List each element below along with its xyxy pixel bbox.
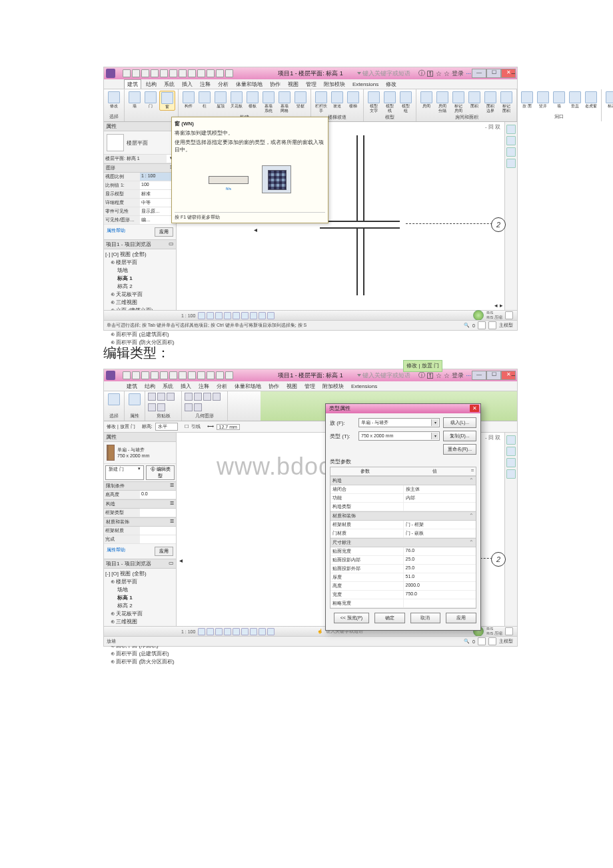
- pan-icon[interactable]: [506, 469, 516, 479]
- tree-item[interactable]: ⊕ 面积平面 (防火分区面积): [105, 339, 175, 347]
- param-group[interactable]: 材质和装饰⌃: [330, 511, 476, 521]
- nav-wheel-icon[interactable]: [506, 136, 516, 145]
- view-icon[interactable]: [250, 312, 257, 319]
- menu-tab[interactable]: 管理: [303, 80, 319, 89]
- property-section[interactable]: 构造☰: [104, 499, 176, 509]
- search-box[interactable]: 键入关键字或短语: [357, 371, 410, 380]
- star-icon[interactable]: ☆: [436, 372, 442, 379]
- param-value[interactable]: 25.0: [403, 556, 476, 564]
- drawing-canvas[interactable]: www.bdocx.com - 回 双 ◂ 2 类型属性 ✕ 族 (F):: [177, 433, 504, 626]
- model-selector[interactable]: 主模型: [499, 638, 513, 645]
- menu-tab[interactable]: 注释: [197, 80, 213, 89]
- property-section[interactable]: 材质和装饰☰: [104, 517, 176, 527]
- property-row[interactable]: 框架材质: [104, 527, 176, 535]
- qat-icon[interactable]: [207, 371, 215, 379]
- menu-tab[interactable]: 结构: [142, 382, 158, 391]
- view-icon[interactable]: [259, 312, 266, 319]
- param-value[interactable]: 内部: [403, 494, 476, 502]
- param-row[interactable]: 构造类型: [330, 503, 476, 511]
- param-value[interactable]: 51.0: [403, 573, 476, 581]
- collapse-panel-icon[interactable]: –: [511, 371, 515, 379]
- paste-icon[interactable]: [148, 393, 156, 401]
- worksharing-icon[interactable]: [473, 310, 484, 321]
- property-row[interactable]: 底高度0.0: [104, 491, 176, 499]
- ribbon-button[interactable]: 窗: [159, 91, 175, 111]
- tree-item[interactable]: ⊕ 三维视图: [105, 299, 175, 307]
- group-collapse-icon[interactable]: ⌃: [469, 539, 474, 546]
- qat-icon[interactable]: [132, 69, 140, 77]
- ribbon-button[interactable]: 房间 分隔: [435, 91, 450, 114]
- tree-item[interactable]: 标高 2: [105, 602, 175, 610]
- param-value[interactable]: 750.0: [403, 591, 476, 599]
- left-arrow-icon[interactable]: ◂: [179, 557, 183, 564]
- group-collapse-icon[interactable]: ⌃: [469, 513, 474, 519]
- level-value[interactable]: 水平: [155, 423, 178, 431]
- page-icon[interactable]: [488, 321, 496, 329]
- instance-selector[interactable]: 新建 门▾: [105, 465, 144, 480]
- tree-item[interactable]: ⊕ 面积平面 (总建筑面积): [105, 650, 175, 658]
- menu-tab[interactable]: 体量和场地: [232, 382, 264, 391]
- qat-icon[interactable]: [225, 69, 233, 77]
- collapse-icon[interactable]: ☰: [170, 501, 174, 507]
- view-icon[interactable]: [207, 628, 214, 635]
- type-selector-row[interactable]: 楼层平面: 标高 1 ▾: [104, 155, 176, 163]
- menu-tab[interactable]: 建筑: [124, 382, 140, 391]
- property-value[interactable]: 1 : 100: [140, 173, 176, 181]
- status-zoom-icon[interactable]: 🔍: [464, 323, 470, 328]
- menu-tab[interactable]: Extensions: [348, 383, 380, 390]
- ribbon-button[interactable]: 幕墙 系统: [261, 91, 276, 114]
- home-icon[interactable]: [506, 435, 516, 445]
- qat-icon[interactable]: [151, 371, 159, 379]
- modify-icon[interactable]: [108, 393, 120, 405]
- param-row[interactable]: 功能内部: [330, 494, 476, 503]
- qat-icon[interactable]: [141, 69, 149, 77]
- param-row[interactable]: 宽度750.0: [330, 591, 476, 599]
- menu-tab[interactable]: 修改: [383, 80, 399, 89]
- properties-help-link[interactable]: 属性帮助: [105, 226, 127, 238]
- app-logo-icon[interactable]: [106, 69, 115, 78]
- ribbon-button[interactable]: 模型 文字: [366, 91, 381, 114]
- left-arrow-icon[interactable]: ◂: [254, 226, 257, 233]
- qat-icon[interactable]: [216, 371, 224, 379]
- property-row[interactable]: 零件可见性显示原…: [104, 207, 176, 216]
- apply-button[interactable]: 应用: [155, 227, 173, 237]
- tree-item[interactable]: ⊕ 面积平面 (总建筑面积): [105, 331, 175, 339]
- minimize-button[interactable]: —: [472, 69, 486, 78]
- property-row[interactable]: 详细程度中等: [104, 199, 176, 207]
- col-value[interactable]: 值: [400, 467, 469, 475]
- param-row[interactable]: 贴面宽度76.0: [330, 547, 476, 556]
- apply-button[interactable]: 应用: [155, 547, 173, 556]
- menu-tab[interactable]: 视图: [285, 80, 301, 89]
- property-section[interactable]: 限制条件☰: [104, 481, 176, 491]
- col-param[interactable]: 参数: [330, 467, 400, 475]
- collapse-icon[interactable]: ☰: [170, 519, 174, 525]
- param-row[interactable]: 贴面投影外部25.0: [330, 565, 476, 573]
- nav-arrows[interactable]: ◂ ▸: [494, 302, 503, 309]
- view-icon[interactable]: [241, 312, 249, 319]
- search-dropdown-icon[interactable]: [357, 374, 361, 377]
- tree-item[interactable]: ⊕ 三维视图: [105, 618, 175, 626]
- qat-icon[interactable]: [225, 371, 233, 379]
- filter-btn-icon[interactable]: [478, 637, 486, 645]
- join-icon[interactable]: [203, 393, 211, 401]
- duplicate-button[interactable]: 复制(D)...: [443, 431, 476, 441]
- filter-btn-icon[interactable]: [478, 321, 486, 329]
- tree-item[interactable]: ⊕ 天花板平面: [105, 610, 175, 618]
- view-icon[interactable]: [215, 628, 223, 635]
- tree-item[interactable]: 标高 1: [105, 275, 175, 283]
- view-icon[interactable]: [241, 628, 249, 635]
- qat-icon[interactable]: [151, 69, 159, 77]
- tree-item[interactable]: 场地: [105, 267, 175, 275]
- param-row[interactable]: 厚度51.0: [330, 573, 476, 582]
- param-row[interactable]: 粗略宽度: [330, 599, 476, 608]
- ribbon-button[interactable]: 标记 房间: [451, 91, 466, 114]
- menu-tab[interactable]: 协作: [266, 382, 282, 391]
- project-browser-tree[interactable]: [-] [O] 视图 (全部)⊕ 楼层平面场地标高 1标高 2⊕ 天花板平面⊕ …: [104, 569, 176, 667]
- wall-element-horizontal[interactable]: [320, 221, 400, 229]
- collapse-panel-icon[interactable]: –: [511, 69, 515, 77]
- cope-icon[interactable]: [185, 393, 193, 401]
- menu-tab[interactable]: 插入: [179, 80, 195, 89]
- property-value[interactable]: [140, 509, 176, 517]
- ribbon-button[interactable]: 面积 边界: [483, 91, 498, 114]
- qat-icon[interactable]: [188, 371, 196, 379]
